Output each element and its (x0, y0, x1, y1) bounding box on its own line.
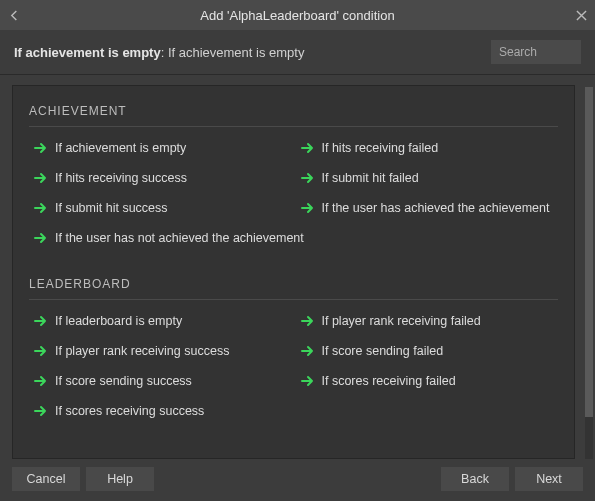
condition-item-label: If hits receiving success (55, 171, 187, 185)
condition-detail: : If achievement is empty (161, 45, 305, 60)
arrow-left-icon (9, 10, 20, 21)
header-bar: If achievement is empty: If achievement … (0, 30, 595, 75)
condition-item[interactable]: If score sending success (29, 372, 292, 390)
condition-item-label: If submit hit failed (322, 171, 419, 185)
condition-item[interactable]: If hits receiving failed (296, 139, 559, 157)
arrow-right-icon (33, 374, 47, 388)
condition-item-label: If player rank receiving failed (322, 314, 481, 328)
section-title-leaderboard: LEADERBOARD (29, 277, 558, 291)
arrow-right-icon (33, 344, 47, 358)
back-button-footer[interactable]: Back (441, 467, 509, 491)
condition-item-label: If the user has achieved the achievement (322, 201, 550, 215)
condition-item-label: If submit hit success (55, 201, 168, 215)
condition-item-label: If scores receiving failed (322, 374, 456, 388)
condition-item-label: If player rank receiving success (55, 344, 229, 358)
condition-item[interactable]: If leaderboard is empty (29, 312, 292, 330)
titlebar: Add 'AlphaLeaderboard' condition (0, 0, 595, 30)
content-wrap: ACHIEVEMENT If achievement is empty If h… (0, 75, 585, 459)
condition-item-label: If achievement is empty (55, 141, 186, 155)
condition-item-label: If leaderboard is empty (55, 314, 182, 328)
condition-item[interactable]: If scores receiving success (29, 402, 558, 420)
arrow-right-icon (33, 141, 47, 155)
condition-item[interactable]: If submit hit success (29, 199, 292, 217)
arrow-right-icon (300, 201, 314, 215)
scrollbar-thumb[interactable] (585, 87, 593, 417)
back-button[interactable] (0, 10, 28, 21)
scrollbar[interactable] (585, 87, 593, 459)
condition-item[interactable]: If achievement is empty (29, 139, 292, 157)
condition-item[interactable]: If player rank receiving failed (296, 312, 559, 330)
dialog-body: ACHIEVEMENT If achievement is empty If h… (0, 75, 595, 459)
search-input[interactable] (491, 40, 581, 64)
achievement-items: If achievement is empty If hits receivin… (29, 139, 558, 247)
condition-item[interactable]: If submit hit failed (296, 169, 559, 187)
condition-item-label: If score sending success (55, 374, 192, 388)
condition-item[interactable]: If score sending failed (296, 342, 559, 360)
scroll-gutter (585, 75, 595, 459)
condition-item[interactable]: If the user has not achieved the achieve… (29, 229, 558, 247)
arrow-right-icon (300, 374, 314, 388)
close-button[interactable] (567, 10, 595, 21)
condition-item[interactable]: If the user has achieved the achievement (296, 199, 559, 217)
conditions-panel: ACHIEVEMENT If achievement is empty If h… (12, 85, 575, 459)
condition-item[interactable]: If player rank receiving success (29, 342, 292, 360)
condition-item[interactable]: If scores receiving failed (296, 372, 559, 390)
divider (29, 126, 558, 127)
arrow-right-icon (300, 141, 314, 155)
arrow-right-icon (33, 201, 47, 215)
condition-item-label: If hits receiving failed (322, 141, 439, 155)
section-title-achievement: ACHIEVEMENT (29, 104, 558, 118)
close-icon (576, 10, 587, 21)
condition-item-label: If the user has not achieved the achieve… (55, 231, 304, 245)
footer-bar: Cancel Help Back Next (0, 459, 595, 501)
arrow-right-icon (33, 404, 47, 418)
arrow-right-icon (33, 314, 47, 328)
leaderboard-items: If leaderboard is empty If player rank r… (29, 312, 558, 420)
condition-item[interactable]: If hits receiving success (29, 169, 292, 187)
next-button[interactable]: Next (515, 467, 583, 491)
window-title: Add 'AlphaLeaderboard' condition (28, 8, 567, 23)
condition-name: If achievement is empty (14, 45, 161, 60)
arrow-right-icon (33, 231, 47, 245)
condition-description: If achievement is empty: If achievement … (14, 45, 304, 60)
arrow-right-icon (33, 171, 47, 185)
condition-item-label: If scores receiving success (55, 404, 204, 418)
arrow-right-icon (300, 344, 314, 358)
condition-item-label: If score sending failed (322, 344, 444, 358)
arrow-right-icon (300, 171, 314, 185)
divider (29, 299, 558, 300)
cancel-button[interactable]: Cancel (12, 467, 80, 491)
help-button[interactable]: Help (86, 467, 154, 491)
arrow-right-icon (300, 314, 314, 328)
